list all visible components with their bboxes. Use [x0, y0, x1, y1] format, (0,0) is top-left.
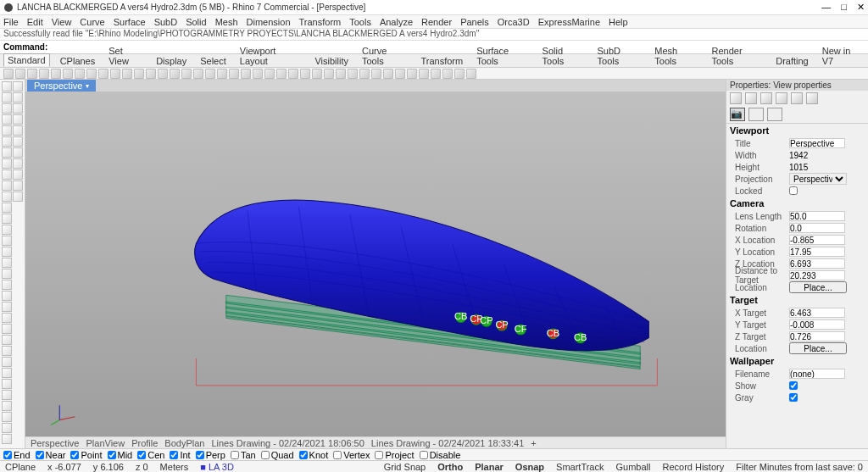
tab-display[interactable]: Display — [153, 55, 190, 67]
tab-visibility[interactable]: Visibility — [311, 55, 352, 67]
render-tab-icon[interactable] — [776, 92, 787, 104]
minimize-button[interactable]: — — [821, 2, 831, 13]
property-value[interactable]: Perspective — [789, 173, 847, 185]
toolbar-button[interactable] — [15, 69, 25, 79]
status-record-history[interactable]: Record History — [662, 462, 724, 472]
toolbar-button[interactable] — [86, 69, 97, 79]
status-osnap[interactable]: Osnap — [515, 462, 544, 472]
tab-surface-tools[interactable]: Surface Tools — [473, 45, 531, 67]
tab-drafting[interactable]: Drafting — [772, 55, 812, 67]
tool-button[interactable] — [2, 335, 12, 345]
layer-mode-icon[interactable] — [767, 108, 782, 121]
tool-button[interactable] — [2, 192, 12, 202]
toolbar-button[interactable] — [371, 69, 381, 79]
toolbar-button[interactable] — [158, 69, 168, 79]
viewport-canvas[interactable]: CBCPCPCPCFCBCB — [25, 92, 726, 436]
tool-button[interactable] — [2, 368, 12, 378]
toolbar-button[interactable] — [229, 69, 239, 79]
toolbar-button[interactable] — [288, 69, 298, 79]
viewport-tab[interactable]: BodyPlan — [164, 438, 204, 448]
toolbar-button[interactable] — [170, 69, 180, 79]
viewport-tab[interactable]: + — [531, 438, 536, 448]
tool-button[interactable] — [2, 203, 12, 213]
tool-button[interactable] — [2, 390, 12, 400]
property-value[interactable]: Place... — [789, 281, 847, 293]
toolbar-button[interactable] — [336, 69, 346, 79]
property-value[interactable]: Place... — [789, 342, 847, 354]
osnap-quad[interactable]: Quad — [261, 450, 294, 460]
menu-file[interactable]: File — [3, 17, 19, 27]
tool-button[interactable] — [2, 313, 12, 323]
tool-button[interactable] — [2, 136, 12, 147]
tab-viewport-layout[interactable]: Viewport Layout — [236, 45, 305, 67]
menu-analyze[interactable]: Analyze — [380, 17, 413, 27]
menu-mesh[interactable]: Mesh — [215, 17, 238, 27]
tab-mesh-tools[interactable]: Mesh Tools — [651, 45, 701, 67]
osnap-disable[interactable]: Disable — [420, 450, 461, 460]
display-tab-icon[interactable] — [760, 92, 772, 104]
toolbar-button[interactable] — [205, 69, 215, 79]
toolbar-button[interactable] — [98, 69, 108, 79]
tool-button[interactable] — [13, 169, 23, 180]
toolbar-button[interactable] — [466, 69, 476, 79]
toolbar-button[interactable] — [63, 69, 73, 79]
toolbar-button[interactable] — [241, 69, 251, 79]
toolbar-button[interactable] — [395, 69, 405, 79]
tool-button[interactable] — [2, 236, 12, 246]
material-mode-icon[interactable] — [748, 108, 764, 121]
menu-tools[interactable]: Tools — [349, 17, 371, 27]
layers-tab-icon[interactable] — [745, 92, 757, 104]
tab-select[interactable]: Select — [197, 55, 230, 67]
toolbar-button[interactable] — [181, 69, 192, 79]
tool-button[interactable] — [2, 180, 12, 191]
maximize-button[interactable]: □ — [841, 2, 847, 13]
tool-button[interactable] — [2, 280, 12, 290]
toolbar-button[interactable] — [300, 69, 310, 79]
status-layer[interactable]: ■ LA 3D — [200, 462, 234, 472]
property-value[interactable] — [789, 258, 845, 269]
tool-button[interactable] — [2, 434, 12, 444]
viewport-tab-perspective[interactable]: Perspective ▾ — [27, 80, 96, 92]
tool-button[interactable] — [13, 192, 23, 202]
property-value[interactable] — [789, 369, 845, 379]
tool-button[interactable] — [2, 125, 12, 136]
menu-dimension[interactable]: Dimension — [247, 17, 291, 27]
osnap-int[interactable]: Int — [170, 450, 190, 460]
tool-button[interactable] — [2, 258, 12, 268]
osnap-point[interactable]: Point — [70, 450, 102, 460]
close-button[interactable]: ✕ — [857, 2, 865, 13]
tool-button[interactable] — [2, 302, 12, 312]
tab-transform[interactable]: Transform — [417, 55, 466, 67]
osnap-end[interactable]: End — [3, 450, 31, 460]
menu-surface[interactable]: Surface — [114, 17, 146, 27]
tool-button[interactable] — [2, 92, 12, 103]
tool-button[interactable] — [2, 81, 12, 92]
status-gumball[interactable]: Gumball — [616, 462, 651, 472]
viewport-tab[interactable]: Lines Drawing - 02/24/2021 18:06:50 — [211, 438, 364, 448]
menu-subd[interactable]: SubD — [154, 17, 178, 27]
property-value[interactable] — [789, 393, 798, 402]
tool-button[interactable] — [2, 357, 12, 367]
property-value[interactable] — [789, 186, 798, 195]
tool-button[interactable] — [2, 103, 12, 114]
tab-curve-tools[interactable]: Curve Tools — [359, 45, 410, 67]
viewport-tab[interactable]: Perspective — [31, 438, 79, 448]
menu-expressmarine[interactable]: ExpressMarine — [538, 17, 600, 27]
tool-button[interactable] — [2, 423, 12, 433]
osnap-near[interactable]: Near — [36, 450, 66, 460]
toolbar-button[interactable] — [75, 69, 85, 79]
tool-button[interactable] — [13, 180, 23, 191]
osnap-cen[interactable]: Cen — [137, 450, 164, 460]
toolbar-button[interactable] — [217, 69, 227, 79]
tool-button[interactable] — [2, 346, 12, 356]
osnap-knot[interactable]: Knot — [299, 450, 329, 460]
tool-button[interactable] — [13, 158, 23, 169]
toolbar-button[interactable] — [3, 69, 14, 79]
osnap-project[interactable]: Project — [375, 450, 414, 460]
properties-tab-icon[interactable] — [730, 92, 742, 104]
toolbar-button[interactable] — [122, 69, 132, 79]
toolbar-button[interactable] — [146, 69, 156, 79]
toolbar-button[interactable] — [442, 69, 453, 79]
tool-button[interactable] — [2, 379, 12, 389]
menu-view[interactable]: View — [52, 17, 72, 27]
